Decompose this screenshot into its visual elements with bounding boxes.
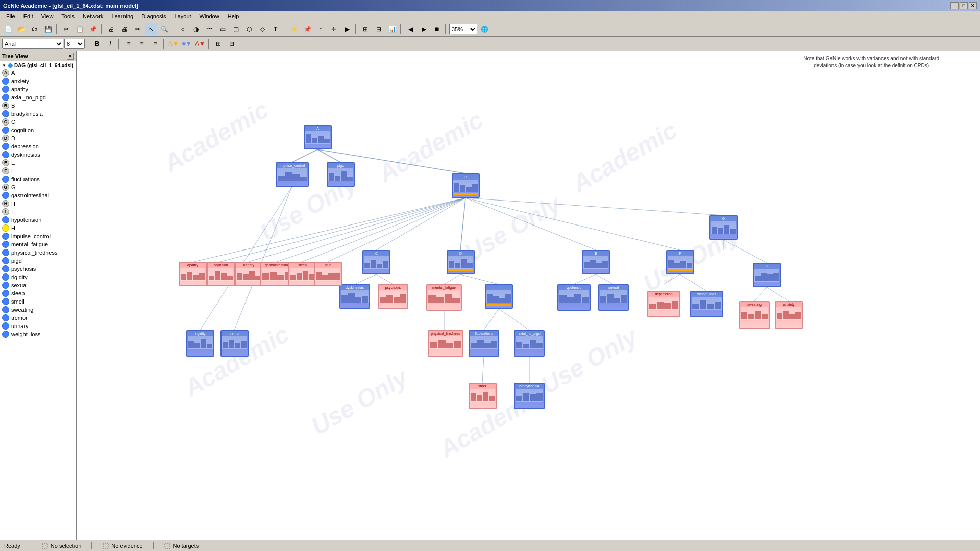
line-button[interactable]: 〜 [203, 23, 215, 35]
align-left[interactable]: ≡ [122, 38, 135, 50]
tree-item-sleep[interactable]: sleep [1, 289, 75, 297]
tree-item-axial[interactable]: axial_no_pigd [1, 93, 75, 102]
node-dyskinesias[interactable]: dyskinesias [339, 284, 370, 309]
print-button[interactable]: 🖨 [105, 23, 117, 35]
node-sweating[interactable]: sweating [739, 301, 770, 329]
next-button[interactable]: ▶ [418, 23, 430, 35]
node-rigidity[interactable]: rigidity [186, 330, 214, 357]
node-urinary[interactable]: urinary [235, 262, 263, 286]
arrow-button[interactable]: ↑ [314, 23, 327, 35]
menu-layout[interactable]: Layout [170, 12, 195, 20]
tree-item-urinary[interactable]: urinary [1, 322, 75, 330]
tree-item-depression[interactable]: depression [1, 142, 75, 151]
node-impulse[interactable]: impulse_control [276, 162, 309, 187]
minimize-button[interactable]: ─ [950, 2, 959, 9]
copy-button[interactable]: 📋 [74, 23, 86, 35]
tree-item-dyskinesias[interactable]: dyskinesias [1, 151, 75, 159]
tree-panel-close[interactable]: ✕ [67, 53, 74, 60]
bold-button[interactable]: B [91, 38, 103, 50]
table-button[interactable]: ⊞ [359, 23, 372, 35]
menu-file[interactable]: File [2, 12, 19, 20]
lightning-button[interactable]: ⚡ [288, 23, 300, 35]
menu-diagnosis[interactable]: Diagnosis [137, 12, 170, 20]
node-smell[interactable]: smell [469, 383, 497, 409]
node-sleep[interactable]: sleep [288, 262, 316, 286]
text-button[interactable]: T [270, 23, 282, 35]
tree-item-physical[interactable]: physical_tiredness [1, 248, 75, 257]
tree-item-anxiety[interactable]: anxiety [1, 77, 75, 85]
cut-button[interactable]: ✂ [60, 23, 72, 35]
highlight-btn[interactable]: A▼ [167, 38, 180, 50]
tree-item-smell[interactable]: smell [1, 297, 75, 306]
node-pain[interactable]: pain [314, 262, 342, 286]
zoom-select[interactable]: 35% 50% 75% 100% [449, 24, 477, 34]
node-physical-tiredness[interactable]: physical_tiredness [428, 330, 463, 357]
menu-window[interactable]: Window [195, 12, 224, 20]
prev-button[interactable]: ◀ [404, 23, 416, 35]
menu-edit[interactable]: Edit [19, 12, 37, 20]
align-center[interactable]: ≡ [136, 38, 148, 50]
node-A[interactable]: A [304, 125, 332, 149]
new-button[interactable]: 📄 [2, 23, 14, 35]
node-tremor[interactable]: tremor [220, 330, 249, 357]
menu-tools[interactable]: Tools [57, 12, 79, 20]
tree-item-fluctuations[interactable]: fluctuations [1, 175, 75, 183]
tree-item-rigidity[interactable]: rigidity [1, 273, 75, 281]
globe-button[interactable]: 🌐 [478, 23, 491, 35]
save-button[interactable]: 💾 [42, 23, 54, 35]
font-name-select[interactable]: Arial [2, 39, 63, 49]
tree-item-tremor[interactable]: tremor [1, 314, 75, 322]
pin-button[interactable]: 📌 [301, 23, 313, 35]
circle-button[interactable]: ○ [177, 23, 189, 35]
tree-item-D[interactable]: D D [1, 134, 75, 142]
node-I[interactable]: I [485, 284, 513, 309]
paste-button[interactable]: 📌 [87, 23, 99, 35]
tree-item-bradykinesia[interactable]: bradykinesia [1, 110, 75, 118]
node-E[interactable]: E [582, 250, 610, 274]
menu-network[interactable]: Network [79, 12, 107, 20]
align-right[interactable]: ≡ [149, 38, 161, 50]
tree-item-pigd[interactable]: pigd [1, 257, 75, 265]
tree-item-mental[interactable]: mental_fatigue [1, 240, 75, 248]
open2-button[interactable]: 🗂 [29, 23, 41, 35]
node-psychosis[interactable]: psychosis [378, 284, 408, 309]
node-weight-loss[interactable]: weight_loss [690, 291, 723, 317]
tree-item-C[interactable]: C C [1, 118, 75, 126]
tree-item-F[interactable]: F F [1, 167, 75, 175]
edit-button[interactable]: ✏ [132, 23, 144, 35]
node-D[interactable]: D [447, 250, 475, 274]
diamond-button[interactable]: ◇ [256, 23, 268, 35]
node-F[interactable]: F [666, 250, 694, 274]
tree-item-weight[interactable]: weight_loss [1, 330, 75, 338]
menu-help[interactable]: Help [224, 12, 243, 20]
node-hypotension[interactable]: hypotension [557, 284, 591, 311]
chart-button[interactable]: 📊 [386, 23, 398, 35]
crosshair-button[interactable]: ✛ [328, 23, 340, 35]
table-layout2[interactable]: ⊟ [226, 38, 238, 50]
print2-button[interactable]: 🖨 [118, 23, 131, 35]
node-hub[interactable]: B [452, 173, 480, 198]
close-button[interactable]: ✕ [969, 2, 977, 9]
tree-item-hypotension[interactable]: hypotension [1, 216, 75, 224]
run-button[interactable]: ▶ [341, 23, 353, 35]
tree-root[interactable]: ▼ 🔷 DAG (glsl_cil_1_64.xdsl) [1, 62, 75, 69]
node-apathy[interactable]: apathy [179, 262, 207, 286]
node-G[interactable]: G [709, 215, 738, 240]
tree-item-psychosis[interactable]: psychosis [1, 265, 75, 273]
hexagon-button[interactable]: ⬡ [243, 23, 255, 35]
tree-item-H[interactable]: H H [1, 199, 75, 208]
tree-item-A[interactable]: A A [1, 69, 75, 77]
rect-button[interactable]: ▭ [216, 23, 229, 35]
node-mental-fatigue[interactable]: mental_fatigue [426, 284, 462, 311]
node-sexual[interactable]: sexual [598, 284, 629, 311]
node-brady[interactable]: bradykinesia [514, 383, 545, 409]
table-layout[interactable]: ⊞ [212, 38, 225, 50]
tree-item-sexual[interactable]: sexual [1, 281, 75, 289]
tree-item-G[interactable]: G G [1, 183, 75, 191]
stop-button[interactable]: ⏹ [431, 23, 443, 35]
node-anxiety[interactable]: anxiety [775, 301, 803, 329]
italic-button[interactable]: I [104, 38, 116, 50]
tree-item-cognition[interactable]: cognition [1, 126, 75, 134]
grid-button[interactable]: ⊟ [373, 23, 385, 35]
text-color-btn[interactable]: A▼ [194, 38, 206, 50]
